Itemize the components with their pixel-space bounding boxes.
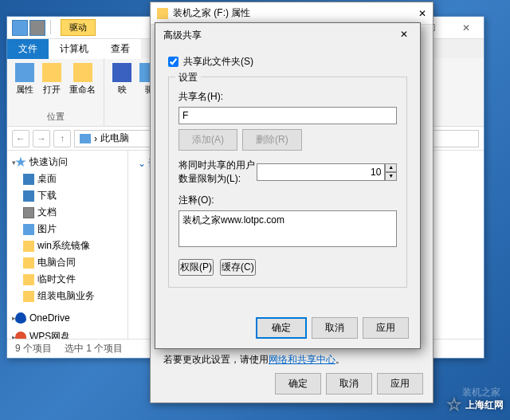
sharename-input[interactable] — [178, 107, 397, 124]
tab-file[interactable]: 文件 — [7, 39, 49, 59]
ribbon-properties[interactable]: 属性 — [14, 61, 36, 109]
add-button[interactable]: 添加(A) — [178, 129, 237, 151]
breadcrumb[interactable]: 此电脑 — [100, 131, 129, 145]
adv-ok-button[interactable]: 确定 — [256, 317, 307, 339]
settings-fieldset: 设置 共享名(H): 添加(A) 删除(R) 将同时共享的用户数量限制为(L):… — [168, 77, 407, 288]
promo-badge[interactable]: 驱动 — [61, 19, 96, 36]
cache-button[interactable]: 缓存(C) — [220, 259, 256, 276]
adv-cancel-button[interactable]: 取消 — [312, 317, 358, 339]
nav-up[interactable]: ↑ — [53, 130, 71, 147]
system-icon[interactable] — [12, 20, 28, 36]
advanced-sharing-dialog: 高级共享 ✕ 共享此文件夹(S) 设置 共享名(H): 添加(A) 删除(R) … — [155, 22, 421, 349]
props-cancel-button[interactable]: 取消 — [326, 373, 372, 394]
spinner-up-icon[interactable]: ▲ — [385, 163, 397, 172]
ribbon-open[interactable]: 打开 — [41, 61, 63, 109]
sharename-label: 共享名(H): — [178, 90, 397, 104]
nav-onedrive[interactable]: ▸OneDrive — [9, 311, 126, 325]
ribbon-media[interactable]: 映 — [111, 61, 133, 123]
network-center-link[interactable]: 网络和共享中心 — [269, 354, 335, 365]
ribbon-group-label: 位置 — [14, 109, 97, 123]
nav-quick-access[interactable]: ▾快速访问 — [9, 154, 126, 171]
status-selected: 选中 1 个项目 — [65, 342, 123, 355]
properties-title-text: 装机之家 (F:) 属性 — [173, 6, 418, 20]
nav-wps[interactable]: ▸WPS网盘 — [9, 328, 126, 339]
nav-fwd[interactable]: → — [33, 130, 50, 147]
remove-button[interactable]: 删除(R) — [242, 129, 302, 151]
limit-spinner[interactable]: ▲ ▼ — [257, 163, 397, 181]
qat-icon[interactable] — [29, 20, 45, 36]
nav-pictures[interactable]: 图片 — [9, 221, 126, 237]
limit-input[interactable] — [257, 163, 385, 181]
nav-pane: ▾快速访问 桌面 下载 文档 图片 win系统镜像 电脑合同 临时文件 组装电脑… — [7, 151, 128, 339]
nav-documents[interactable]: 文档 — [9, 204, 126, 221]
nav-desktop[interactable]: 桌面 — [9, 171, 126, 187]
nav-folder-3[interactable]: 临时文件 — [9, 271, 126, 288]
adv-titlebar[interactable]: 高级共享 ✕ — [155, 23, 420, 47]
tab-view[interactable]: 查看 — [100, 39, 141, 59]
nav-folder-1[interactable]: win系统镜像 — [9, 237, 126, 254]
share-folder-checkbox[interactable] — [168, 57, 178, 67]
pc-icon — [80, 134, 91, 143]
status-count: 9 个项目 — [15, 342, 52, 355]
adv-close-icon[interactable]: ✕ — [396, 27, 412, 43]
settings-legend: 设置 — [175, 71, 201, 84]
watermark: ☆ 上海红网 — [446, 394, 504, 415]
share-folder-checkbox-label[interactable]: 共享此文件夹(S) — [168, 55, 407, 69]
props-ok-button[interactable]: 确定 — [275, 373, 321, 394]
properties-note: 若要更改此设置，请使用网络和共享中心。 — [163, 353, 420, 367]
properties-titlebar[interactable]: 装机之家 (F:) 属性 ✕ — [151, 2, 433, 25]
nav-folder-4[interactable]: 组装电脑业务 — [9, 288, 126, 304]
comment-label: 注释(O): — [178, 194, 397, 207]
props-apply-button[interactable]: 应用 — [377, 373, 423, 394]
properties-close-icon[interactable]: ✕ — [418, 8, 426, 19]
comment-textarea[interactable]: 装机之家www.lotpc.com — [178, 210, 397, 247]
adv-title-text: 高级共享 — [163, 29, 396, 42]
limit-label: 将同时共享的用户数量限制为(L): — [178, 159, 257, 186]
ribbon-rename[interactable]: 重命名 — [68, 61, 97, 109]
adv-apply-button[interactable]: 应用 — [363, 317, 409, 339]
nav-back[interactable]: ← — [12, 130, 29, 147]
star-icon: ☆ — [446, 394, 462, 415]
spinner-down-icon[interactable]: ▼ — [385, 172, 397, 181]
nav-downloads[interactable]: 下载 — [9, 187, 126, 204]
tab-computer[interactable]: 计算机 — [49, 39, 100, 59]
close-button[interactable]: ✕ — [449, 17, 484, 39]
nav-folder-2[interactable]: 电脑合同 — [9, 254, 126, 271]
permissions-button[interactable]: 权限(P) — [178, 259, 214, 276]
drive-icon — [157, 8, 168, 19]
